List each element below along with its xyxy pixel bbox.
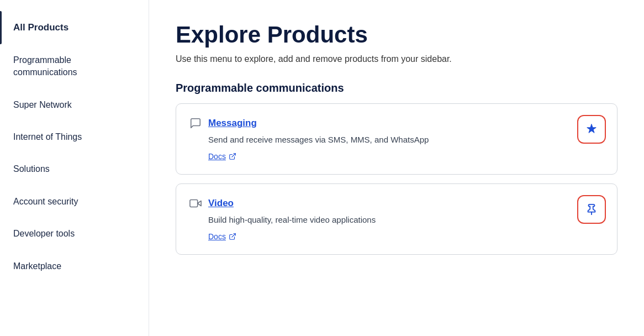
sidebar-item-super-network[interactable]: Super Network: [0, 89, 149, 121]
pin-outline-icon: [585, 203, 598, 216]
video-docs-link[interactable]: Docs: [189, 232, 604, 241]
messaging-description: Send and receive messages via SMS, MMS, …: [189, 135, 604, 144]
svg-rect-2: [190, 200, 198, 207]
sidebar-item-label: Internet of Things: [13, 132, 82, 141]
sidebar-item-internet-of-things[interactable]: Internet of Things: [0, 121, 149, 153]
sidebar-item-label: Programmable communications: [13, 55, 77, 77]
pin-icon: [585, 123, 598, 135]
sidebar-item-solutions[interactable]: Solutions: [0, 153, 149, 185]
product-card-messaging: Messaging Send and receive messages via …: [176, 103, 617, 175]
sidebar-item-programmable-communications[interactable]: Programmable communications: [0, 44, 149, 89]
video-icon: [189, 197, 202, 209]
sidebar-item-label: Developer tools: [13, 229, 75, 238]
page-subtitle: Use this menu to explore, add and remove…: [176, 54, 617, 64]
product-card-header: Messaging: [189, 117, 604, 129]
video-link[interactable]: Video: [208, 198, 234, 209]
external-link-icon: [229, 153, 236, 160]
main-content: Explore Products Use this menu to explor…: [149, 0, 644, 336]
svg-line-0: [232, 154, 235, 157]
product-card-video: Video Build high-quality, real-time vide…: [176, 183, 617, 255]
pin-video-button[interactable]: [577, 195, 606, 224]
messaging-docs-link[interactable]: Docs: [189, 152, 604, 161]
sidebar-item-account-security[interactable]: Account security: [0, 186, 149, 218]
section-title: Programmable communications: [176, 82, 617, 95]
sidebar-item-developer-tools[interactable]: Developer tools: [0, 218, 149, 250]
sidebar-item-label: Marketplace: [13, 261, 61, 271]
sidebar-item-label: Solutions: [13, 164, 50, 174]
sidebar-item-marketplace[interactable]: Marketplace: [0, 250, 149, 282]
sidebar-item-label: All Products: [13, 22, 68, 33]
svg-marker-1: [198, 201, 201, 206]
svg-line-3: [232, 234, 235, 237]
pin-messaging-button[interactable]: [577, 115, 606, 144]
page-title: Explore Products: [176, 22, 617, 48]
sidebar-item-label: Super Network: [13, 100, 72, 109]
product-card-header: Video: [189, 197, 604, 209]
sidebar-item-all-products[interactable]: All Products: [0, 11, 149, 44]
external-link-icon: [229, 233, 236, 240]
video-description: Build high-quality, real-time video appl…: [189, 215, 604, 224]
sidebar: All Products Programmable communications…: [0, 0, 149, 336]
sidebar-item-label: Account security: [13, 197, 78, 206]
chat-icon: [189, 117, 202, 129]
messaging-link[interactable]: Messaging: [208, 118, 257, 129]
